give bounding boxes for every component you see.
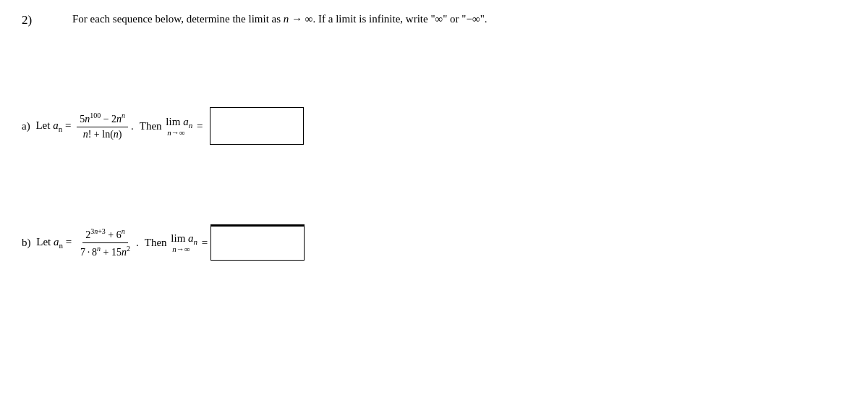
part-a-equals: = [194,120,205,132]
part-b-answer-area [210,224,305,261]
part-b-denominator: 7 · 8n + 15n2 [77,243,133,259]
problem-number: 2) [22,13,32,28]
part-a-lim-block: lim an n→∞ [166,116,192,137]
header-math: n [284,13,289,25]
part-a-numerator: 5n100 − 2nn [77,111,128,127]
part-a-denominator: n! + ln(n) [80,127,125,141]
part-b-let: Let an = [36,236,75,250]
part-a-fraction: 5n100 − 2nn n! + ln(n) [77,111,128,141]
part-b-answer-box[interactable] [210,226,305,261]
part-b-label: b) [22,237,33,249]
part-b-fraction: 23n+3 + 6n 7 · 8n + 15n2 [77,227,133,258]
part-b-lim-block: lim an n→∞ [171,232,197,253]
problem-header: For each sequence below, determine the l… [72,13,488,25]
part-a-let: Let an = [35,119,74,133]
part-b-section: b) Let an = 23n+3 + 6n 7 · 8n + 15n2 . T… [22,224,305,261]
part-a-period: . [131,120,134,132]
part-a-label: a) [22,120,33,132]
part-b-numerator: 23n+3 + 6n [82,227,128,243]
part-b-period: . [136,237,139,249]
part-b-then: Then [145,237,170,249]
part-a-section: a) Let an = 5n100 − 2nn n! + ln(n) . The… [22,107,304,145]
part-a-answer-box[interactable] [210,107,304,145]
part-b-equals: = [199,237,210,249]
part-a-then: Then [140,120,165,132]
